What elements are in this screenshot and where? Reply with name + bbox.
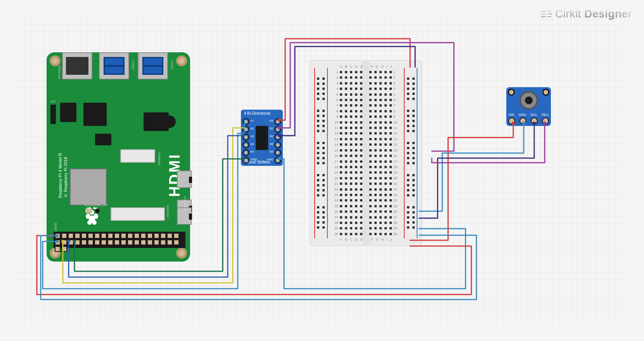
col-labels: JIHGF [371,238,392,241]
chip [83,103,107,126]
svg-point-6 [87,220,92,225]
j14-label: J14 [50,100,55,103]
ir-sensor-board[interactable]: VINGNDSCLSDA [506,87,551,126]
svg-point-2 [541,16,543,17]
pin-row-left [242,118,249,164]
power-rail-blue [417,68,417,238]
usb3-label: USB3 [131,60,135,69]
breadboard[interactable]: ABCDE JIHGF ABCDE JIHGF 1234567891011121… [310,60,422,246]
ethernet-port [62,52,92,79]
level-shifter-title: 4 Bi-Directional [244,111,270,115]
col-labels: ABCDE [340,238,363,241]
ethernet-label: Ethernet [57,66,61,79]
row-nums: 1234567891011121314151617181920212223242… [332,70,338,236]
power-rail-blue [327,68,328,238]
gpio-label: GPIO [54,222,57,231]
power-holes [412,72,415,234]
chip [60,103,76,122]
run-label: RUN GLOBAL_EN [85,204,107,207]
col-labels: ABCDE [340,65,363,69]
model-label: Raspberry Pi 4 Model B© Raspberry Pi 201… [57,153,69,198]
soc-chip [70,169,107,205]
sensor-pin-labels: VINGNDSCLSDA [506,113,551,117]
tie-points-left [340,71,362,235]
power-holes [322,72,325,234]
logo-icon [541,10,552,18]
chip [95,134,111,145]
tie-points-right [369,71,392,235]
svg-point-1 [551,13,552,15]
mount-hole [508,89,515,96]
svg-point-4 [86,214,90,219]
micro-hdmi-port [177,170,192,188]
col-labels: JIHGF [371,65,392,69]
mount-hole [176,248,187,258]
camera-label: CAMERA [158,152,161,165]
mount-hole [176,55,187,66]
svg-point-7 [92,220,97,225]
usb-port [138,52,168,79]
pin-row-right [274,118,281,164]
display-label: DISPLAY [166,205,170,218]
row-nums: 1234567891011121314151617181920212223242… [393,70,400,236]
mount-hole [542,89,549,96]
svg-point-5 [93,214,98,219]
audio-jack [144,112,169,131]
ic-chip [256,126,268,150]
power-label: POWER IN [184,196,186,210]
usb-port [99,52,129,79]
raspberry-pi-board[interactable]: Ethernet USB3 USB2 J14 CAMERA HDMI Raspb… [47,52,190,262]
camera-connector [120,149,155,163]
level-shifter-board[interactable]: 4 Bi-Directional Level Shifters LVA1A2A3… [241,110,283,166]
app-logo: Cirkit Designer [541,8,632,20]
mount-hole [50,55,61,66]
sensor-lens [519,91,538,110]
svg-point-0 [541,10,543,12]
display-connector [111,207,165,221]
power-holes [317,72,319,234]
run-pad [85,208,92,213]
j14-header [50,105,56,124]
sensor-pins [506,117,551,124]
power-rail-red [314,68,315,238]
power-holes [407,72,409,234]
logo-text: Cirkit Designer [555,8,632,20]
power-rail-red [404,68,405,238]
gpio-header[interactable] [54,232,185,248]
global-en-pad [95,208,100,213]
usb2-label: USB2 [170,60,174,69]
breadboard-gap [362,60,369,246]
